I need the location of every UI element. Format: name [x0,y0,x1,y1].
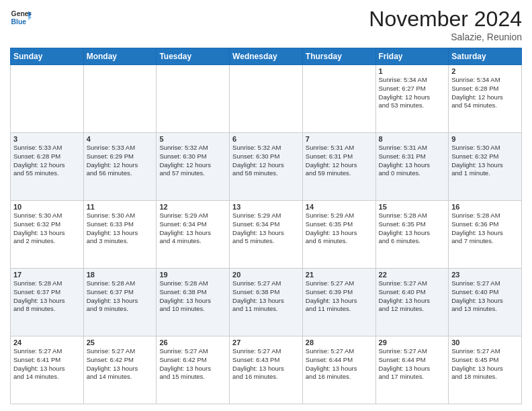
calendar-cell: 23Sunrise: 5:27 AM Sunset: 6:40 PM Dayli… [449,269,522,336]
day-number: 23 [451,271,519,279]
day-number: 28 [306,338,373,347]
day-number: 3 [13,135,81,143]
day-info: Sunrise: 5:33 AM Sunset: 6:28 PM Dayligh… [13,144,81,178]
day-number: 13 [232,203,300,211]
day-number: 6 [232,135,300,143]
calendar-cell: 9Sunrise: 5:30 AM Sunset: 6:32 PM Daylig… [449,133,522,201]
calendar-cell: 4Sunrise: 5:33 AM Sunset: 6:29 PM Daylig… [83,133,157,201]
day-number: 12 [159,203,226,211]
day-number: 18 [87,271,154,279]
weekday-header-row: SundayMondayTuesdayWednesdayThursdayFrid… [11,48,522,65]
calendar-cell [230,65,303,133]
calendar: SundayMondayTuesdayWednesdayThursdayFrid… [10,48,522,404]
weekday-header-thursday: Thursday [302,48,375,65]
day-number: 27 [232,338,300,347]
calendar-cell: 5Sunrise: 5:32 AM Sunset: 6:30 PM Daylig… [157,133,230,201]
calendar-cell: 16Sunrise: 5:28 AM Sunset: 6:36 PM Dayli… [449,201,522,269]
weekday-header-sunday: Sunday [11,48,84,65]
day-info: Sunrise: 5:28 AM Sunset: 6:37 PM Dayligh… [87,279,154,314]
calendar-cell: 18Sunrise: 5:28 AM Sunset: 6:37 PM Dayli… [83,269,157,336]
day-number: 1 [379,67,446,75]
weekday-header-saturday: Saturday [449,48,522,65]
calendar-cell: 15Sunrise: 5:28 AM Sunset: 6:35 PM Dayli… [375,201,449,269]
day-info: Sunrise: 5:28 AM Sunset: 6:38 PM Dayligh… [159,279,226,314]
week-row-3: 10Sunrise: 5:30 AM Sunset: 6:32 PM Dayli… [11,201,522,269]
calendar-cell [83,65,157,133]
day-info: Sunrise: 5:27 AM Sunset: 6:38 PM Dayligh… [232,279,300,314]
week-row-5: 24Sunrise: 5:27 AM Sunset: 6:41 PM Dayli… [11,336,522,404]
calendar-cell: 14Sunrise: 5:29 AM Sunset: 6:35 PM Dayli… [302,201,375,269]
calendar-cell: 30Sunrise: 5:27 AM Sunset: 6:45 PM Dayli… [449,336,522,404]
calendar-cell: 27Sunrise: 5:27 AM Sunset: 6:43 PM Dayli… [230,336,303,404]
day-number: 30 [451,338,519,347]
day-number: 4 [87,135,154,143]
day-number: 21 [306,271,373,279]
weekday-header-monday: Monday [83,48,157,65]
day-number: 8 [379,135,446,143]
calendar-cell: 1Sunrise: 5:34 AM Sunset: 6:27 PM Daylig… [375,65,449,133]
day-number: 2 [451,67,519,75]
day-number: 16 [451,203,519,211]
svg-text:Blue: Blue [11,18,27,26]
calendar-cell [302,65,375,133]
title-block: November 2024 Salazie, Reunion [369,7,522,42]
header: General Blue November 2024 Salazie, Reun… [10,7,522,42]
day-info: Sunrise: 5:29 AM Sunset: 6:34 PM Dayligh… [232,212,300,246]
day-info: Sunrise: 5:30 AM Sunset: 6:32 PM Dayligh… [451,144,519,178]
week-row-1: 1Sunrise: 5:34 AM Sunset: 6:27 PM Daylig… [11,65,522,133]
day-info: Sunrise: 5:27 AM Sunset: 6:41 PM Dayligh… [13,347,81,381]
logo: General Blue [10,7,32,28]
day-number: 17 [13,271,81,279]
week-row-2: 3Sunrise: 5:33 AM Sunset: 6:28 PM Daylig… [11,133,522,201]
calendar-cell: 7Sunrise: 5:31 AM Sunset: 6:31 PM Daylig… [302,133,375,201]
day-info: Sunrise: 5:27 AM Sunset: 6:39 PM Dayligh… [306,279,373,314]
week-row-4: 17Sunrise: 5:28 AM Sunset: 6:37 PM Dayli… [11,269,522,336]
day-info: Sunrise: 5:31 AM Sunset: 6:31 PM Dayligh… [379,144,446,178]
day-info: Sunrise: 5:27 AM Sunset: 6:42 PM Dayligh… [87,347,154,381]
day-number: 24 [13,338,81,347]
day-info: Sunrise: 5:30 AM Sunset: 6:33 PM Dayligh… [87,212,154,246]
calendar-cell [11,65,84,133]
calendar-cell: 13Sunrise: 5:29 AM Sunset: 6:34 PM Dayli… [230,201,303,269]
calendar-cell [157,65,230,133]
day-info: Sunrise: 5:27 AM Sunset: 6:45 PM Dayligh… [451,347,519,381]
calendar-cell: 19Sunrise: 5:28 AM Sunset: 6:38 PM Dayli… [157,269,230,336]
day-info: Sunrise: 5:28 AM Sunset: 6:36 PM Dayligh… [451,212,519,246]
day-number: 25 [87,338,154,347]
calendar-cell: 28Sunrise: 5:27 AM Sunset: 6:44 PM Dayli… [302,336,375,404]
calendar-cell: 10Sunrise: 5:30 AM Sunset: 6:32 PM Dayli… [11,201,84,269]
day-info: Sunrise: 5:30 AM Sunset: 6:32 PM Dayligh… [13,212,81,246]
weekday-header-friday: Friday [375,48,449,65]
calendar-cell: 26Sunrise: 5:27 AM Sunset: 6:42 PM Dayli… [157,336,230,404]
day-number: 7 [306,135,373,143]
day-info: Sunrise: 5:28 AM Sunset: 6:37 PM Dayligh… [13,279,81,314]
day-number: 10 [13,203,81,211]
calendar-cell: 25Sunrise: 5:27 AM Sunset: 6:42 PM Dayli… [83,336,157,404]
day-number: 20 [232,271,300,279]
calendar-cell: 21Sunrise: 5:27 AM Sunset: 6:39 PM Dayli… [302,269,375,336]
day-info: Sunrise: 5:32 AM Sunset: 6:30 PM Dayligh… [159,144,226,178]
calendar-cell: 2Sunrise: 5:34 AM Sunset: 6:28 PM Daylig… [449,65,522,133]
calendar-cell: 17Sunrise: 5:28 AM Sunset: 6:37 PM Dayli… [11,269,84,336]
day-info: Sunrise: 5:27 AM Sunset: 6:44 PM Dayligh… [306,347,373,381]
day-number: 29 [379,338,446,347]
day-info: Sunrise: 5:34 AM Sunset: 6:28 PM Dayligh… [451,76,519,110]
day-info: Sunrise: 5:29 AM Sunset: 6:34 PM Dayligh… [159,212,226,246]
day-info: Sunrise: 5:29 AM Sunset: 6:35 PM Dayligh… [306,212,373,246]
calendar-cell: 29Sunrise: 5:27 AM Sunset: 6:44 PM Dayli… [375,336,449,404]
day-info: Sunrise: 5:33 AM Sunset: 6:29 PM Dayligh… [87,144,154,178]
calendar-cell: 8Sunrise: 5:31 AM Sunset: 6:31 PM Daylig… [375,133,449,201]
location: Salazie, Reunion [369,32,522,42]
weekday-header-tuesday: Tuesday [157,48,230,65]
day-number: 19 [159,271,226,279]
day-number: 9 [451,135,519,143]
day-info: Sunrise: 5:31 AM Sunset: 6:31 PM Dayligh… [306,144,373,178]
calendar-cell: 22Sunrise: 5:27 AM Sunset: 6:40 PM Dayli… [375,269,449,336]
weekday-header-wednesday: Wednesday [230,48,303,65]
day-info: Sunrise: 5:27 AM Sunset: 6:44 PM Dayligh… [379,347,446,381]
day-info: Sunrise: 5:27 AM Sunset: 6:43 PM Dayligh… [232,347,300,381]
day-number: 15 [379,203,446,211]
day-number: 26 [159,338,226,347]
day-info: Sunrise: 5:28 AM Sunset: 6:35 PM Dayligh… [379,212,446,246]
page: General Blue November 2024 Salazie, Reun… [0,0,532,411]
